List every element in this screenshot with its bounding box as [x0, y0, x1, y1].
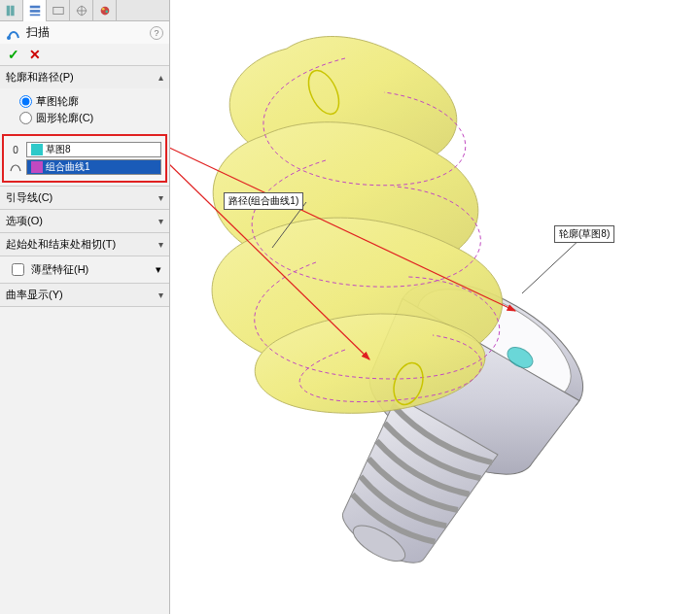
profile-selection-row: 0 草图8	[8, 142, 161, 157]
section-thin: 薄壁特征(H) ▾	[0, 256, 169, 284]
path-selection-value: 组合曲线1	[46, 160, 90, 174]
help-icon[interactable]: ?	[150, 26, 163, 40]
section-guide: 引导线(C) ▾	[0, 187, 169, 210]
tab-config[interactable]	[47, 0, 70, 21]
thin-label: 薄壁特征(H)	[31, 262, 88, 277]
path-selection-row: 组合曲线1	[8, 159, 161, 175]
svg-rect-5	[52, 8, 63, 15]
section-header-curvature[interactable]: 曲率显示(Y) ▾	[0, 284, 169, 306]
profile-selection-value: 草图8	[46, 143, 71, 156]
feature-header: 扫描 ?	[0, 21, 169, 44]
section-options: 选项(O) ▾	[0, 210, 169, 233]
section-label: 起始处和结束处相切(T)	[6, 237, 116, 252]
tab-appearance[interactable]	[93, 0, 117, 21]
cancel-button[interactable]: ✕	[29, 47, 41, 62]
svg-rect-1	[11, 6, 15, 17]
feature-title: 扫描	[26, 24, 50, 41]
ok-button[interactable]: ✓	[8, 47, 19, 62]
chevron-down-icon: ▾	[156, 263, 161, 276]
svg-rect-2	[29, 6, 40, 9]
section-tangency: 起始处和结束处相切(T) ▾	[0, 233, 169, 256]
svg-rect-3	[29, 10, 40, 13]
section-header-profile-path[interactable]: 轮廓和路径(P) ▴	[0, 66, 169, 88]
radio-sketch-profile[interactable]: 草图轮廓	[19, 94, 161, 109]
svg-point-9	[100, 7, 109, 16]
section-header-options[interactable]: 选项(O) ▾	[0, 210, 169, 232]
path-color-swatch	[31, 161, 43, 173]
tab-dimxpert[interactable]	[70, 0, 93, 21]
profile-index: 0	[8, 145, 23, 155]
property-manager-panel: 扫描 ? ✓ ✕ 轮廓和路径(P) ▴ 草图轮廓 圆形轮廓(C) 0	[0, 0, 170, 614]
svg-rect-4	[29, 15, 40, 17]
svg-point-10	[101, 8, 104, 11]
chevron-up-icon: ▴	[158, 72, 163, 83]
section-label: 引导线(C)	[6, 190, 52, 205]
section-body-profile-path: 草图轮廓 圆形轮廓(C)	[0, 88, 169, 131]
chevron-down-icon: ▾	[158, 290, 163, 300]
radio-label: 草图轮廓	[36, 94, 79, 109]
profile-color-swatch	[31, 144, 43, 155]
callout-profile: 轮廓(草图8)	[554, 225, 614, 243]
sweep-icon	[6, 25, 21, 41]
svg-rect-0	[6, 6, 10, 17]
radio-label: 圆形轮廓(C)	[36, 111, 93, 125]
section-header-tangency[interactable]: 起始处和结束处相切(T) ▾	[0, 233, 169, 256]
callout-path-label: 路径(组合曲线1)	[228, 195, 298, 206]
thin-feature-row[interactable]: 薄壁特征(H) ▾	[0, 256, 169, 283]
tab-property-manager[interactable]	[23, 0, 47, 21]
callout-profile-label: 轮廓(草图8)	[559, 228, 610, 239]
section-label: 曲率显示(Y)	[6, 288, 63, 302]
svg-point-12	[7, 36, 11, 40]
graphics-viewport[interactable]: 路径(组合曲线1) 轮廓(草图8)	[170, 0, 700, 614]
thin-checkbox[interactable]	[12, 263, 24, 276]
radio-sketch-profile-input[interactable]	[19, 95, 32, 108]
section-header-guide[interactable]: 引导线(C) ▾	[0, 187, 169, 209]
model-svg	[170, 0, 700, 614]
callout-path: 路径(组合曲线1)	[224, 192, 303, 210]
panel-tabs	[0, 0, 169, 21]
path-selection-box[interactable]: 组合曲线1	[26, 159, 161, 175]
section-label: 选项(O)	[6, 214, 43, 228]
selection-highlight-box: 0 草图8 组合曲线1	[2, 134, 167, 183]
radio-circular-profile-input[interactable]	[19, 112, 32, 124]
svg-point-11	[105, 11, 108, 14]
chevron-down-icon: ▾	[158, 216, 163, 226]
chevron-down-icon: ▾	[158, 192, 163, 203]
ok-cancel-row: ✓ ✕	[0, 44, 169, 66]
tab-feature-tree[interactable]	[0, 0, 23, 21]
section-label: 轮廓和路径(P)	[6, 70, 74, 85]
radio-circular-profile[interactable]: 圆形轮廓(C)	[19, 111, 161, 125]
profile-selection-box[interactable]: 草图8	[26, 142, 161, 157]
chevron-down-icon: ▾	[158, 239, 163, 250]
section-profile-path: 轮廓和路径(P) ▴ 草图轮廓 圆形轮廓(C) 0 草图8	[0, 66, 169, 187]
section-curvature: 曲率显示(Y) ▾	[0, 284, 169, 307]
path-icon	[8, 159, 23, 175]
